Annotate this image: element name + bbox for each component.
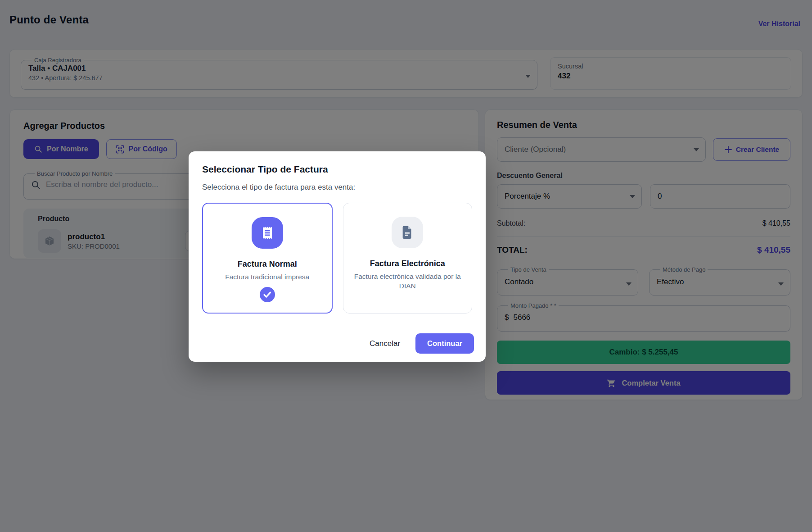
check-icon [259,286,275,303]
receipt-icon-wrap [252,217,283,249]
option-description: Factura electrónica validada por la DIAN [343,272,472,291]
cancel-button[interactable]: Cancelar [361,335,409,353]
option-title: Factura Electrónica [370,259,445,268]
modal-title: Seleccionar Tipo de Factura [202,164,472,175]
option-factura-normal[interactable]: Factura Normal Factura tradicional impre… [202,203,333,314]
option-description: Factura tradicional impresa [217,273,317,282]
option-factura-electronica[interactable]: Factura Electrónica Factura electrónica … [343,203,473,314]
continue-button[interactable]: Continuar [415,333,474,354]
option-title: Factura Normal [238,259,297,269]
receipt-icon [260,225,275,241]
modal-subtitle: Selecciona el tipo de factura para esta … [202,183,472,192]
document-icon-wrap [392,217,423,248]
invoice-type-modal: Seleccionar Tipo de Factura Selecciona e… [189,151,486,362]
document-icon [400,225,415,240]
